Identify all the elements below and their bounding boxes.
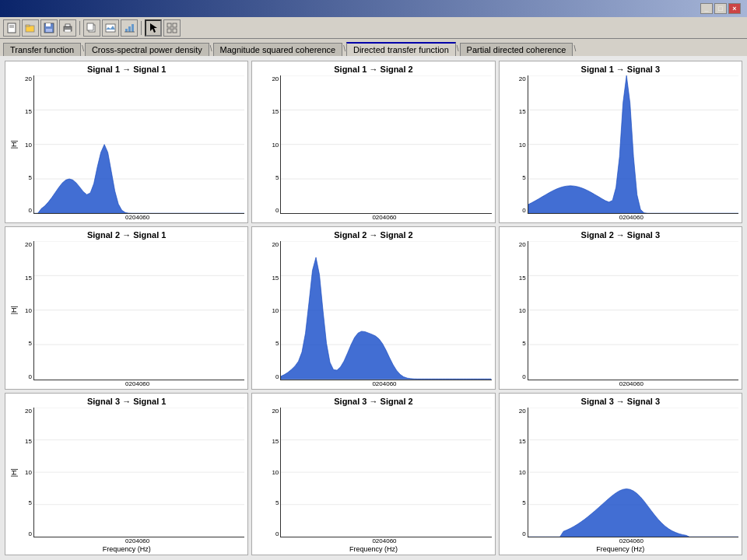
- svg-rect-19: [167, 23, 171, 27]
- y-axis-label-2: [503, 75, 514, 214]
- chart-svg-7: [281, 408, 491, 537]
- tab-directed-transfer[interactable]: Directed transfer function: [346, 42, 456, 56]
- svg-rect-6: [46, 23, 51, 26]
- chart-area-8: [528, 408, 738, 537]
- svg-rect-10: [65, 30, 71, 32]
- layout-icon: [167, 23, 177, 33]
- chart-icon: [124, 23, 135, 33]
- chart-title-3: Signal 2 → Signal 1: [87, 230, 166, 240]
- chart-area-0: [33, 75, 244, 214]
- toolbar: [0, 17, 747, 39]
- tab-sep-5: \: [573, 44, 577, 53]
- chart-title-5: Signal 2 → Signal 3: [581, 230, 660, 240]
- title-bar: _ □ ×: [0, 0, 747, 17]
- svg-rect-15: [128, 26, 131, 32]
- chart-wrapper-0: |H|05101520: [9, 75, 244, 214]
- open-icon: [25, 23, 36, 33]
- chart-0-1: Signal 1 → Signal 2051015200204060: [251, 61, 495, 223]
- chart-title-6: Signal 3 → Signal 1: [87, 397, 166, 406]
- y-ticks-6: 05101520: [19, 408, 33, 537]
- y-axis-label-4: [255, 241, 266, 380]
- y-ticks-3: 05101520: [19, 241, 33, 380]
- chart-title-0: Signal 1 → Signal 1: [87, 65, 166, 74]
- chart-0-0: Signal 1 → Signal 1|H|051015200204060: [5, 61, 248, 223]
- chart-area-1: [280, 75, 491, 214]
- chart-title-1: Signal 1 → Signal 2: [334, 65, 412, 74]
- chart-title-2: Signal 1 → Signal 3: [581, 65, 660, 74]
- y-ticks-2: 05101520: [514, 75, 528, 214]
- chart-wrapper-2: 05101520: [503, 75, 738, 214]
- chart-svg-5: [528, 241, 738, 379]
- x-axis-label-6: Frequency (Hz): [103, 545, 151, 553]
- svg-rect-12: [87, 23, 93, 30]
- chart-0-2: Signal 1 → Signal 3051015200204060: [499, 61, 742, 223]
- svg-rect-21: [167, 29, 171, 33]
- svg-rect-20: [173, 23, 177, 27]
- save-button[interactable]: [40, 19, 58, 37]
- chart-2-0: Signal 3 → Signal 1|H|051015200204060Fre…: [5, 393, 248, 555]
- chart-area-7: [280, 408, 491, 537]
- chart-button[interactable]: [121, 19, 138, 37]
- tab-partial-directed[interactable]: Partial directed coherence: [460, 43, 573, 56]
- copy-button[interactable]: [83, 19, 100, 37]
- y-ticks-5: 05101520: [514, 241, 528, 380]
- image-button[interactable]: [102, 19, 119, 37]
- chart-area-4: [280, 241, 491, 380]
- print-icon: [62, 23, 73, 33]
- x-ticks-0: 0204060: [125, 214, 149, 221]
- chart-grid: Signal 1 → Signal 1|H|051015200204060Sig…: [0, 56, 747, 560]
- cursor-button[interactable]: [145, 19, 162, 37]
- save-icon: [44, 23, 54, 33]
- x-axis-label-8: Frequency (Hz): [596, 545, 644, 553]
- y-axis-label-3: |H|: [9, 241, 19, 380]
- chart-area-2: [528, 75, 738, 214]
- y-ticks-7: 05101520: [266, 408, 280, 537]
- x-ticks-6: 0204060: [125, 537, 149, 544]
- tab-bar: Transfer function \ Cross-spectral power…: [0, 39, 747, 56]
- maximize-button[interactable]: □: [714, 3, 727, 14]
- print-button[interactable]: [59, 19, 76, 37]
- svg-rect-14: [125, 29, 128, 32]
- minimize-button[interactable]: _: [700, 3, 713, 14]
- chart-svg-6: [34, 408, 244, 537]
- open-button[interactable]: [22, 19, 39, 37]
- y-ticks-4: 05101520: [266, 241, 280, 380]
- tab-transfer-function[interactable]: Transfer function: [3, 43, 81, 56]
- y-ticks-0: 05101520: [19, 75, 33, 214]
- chart-title-8: Signal 3 → Signal 3: [581, 397, 660, 406]
- chart-svg-8: [528, 408, 738, 537]
- tab-cross-spectral[interactable]: Cross-spectral power density: [85, 43, 209, 56]
- svg-marker-18: [150, 23, 157, 33]
- chart-1-2: Signal 2 → Signal 3051015200204060: [499, 226, 742, 389]
- svg-rect-9: [65, 24, 70, 26]
- y-axis-label-0: |H|: [9, 75, 19, 214]
- chart-wrapper-4: 05101520: [255, 241, 491, 380]
- copy-icon: [86, 23, 97, 33]
- svg-rect-16: [132, 24, 134, 32]
- x-ticks-2: 0204060: [619, 214, 644, 221]
- y-axis-label-1: [255, 75, 266, 214]
- layout-button[interactable]: [163, 19, 181, 37]
- svg-rect-4: [26, 25, 30, 26]
- x-ticks-7: 0204060: [372, 537, 396, 544]
- x-ticks-5: 0204060: [619, 380, 644, 387]
- svg-rect-0: [8, 23, 16, 33]
- chart-wrapper-5: 05101520: [503, 241, 738, 380]
- chart-title-4: Signal 2 → Signal 2: [334, 230, 412, 240]
- chart-path-8: [528, 488, 738, 537]
- chart-wrapper-6: |H|05101520: [9, 408, 244, 537]
- tab-magnitude-coherence[interactable]: Magnitude squared coherence: [213, 43, 343, 56]
- x-ticks-1: 0204060: [372, 214, 396, 221]
- x-ticks-4: 0204060: [372, 380, 396, 387]
- close-button[interactable]: ×: [728, 3, 741, 14]
- chart-svg-0: [34, 75, 244, 213]
- window-controls[interactable]: _ □ ×: [700, 3, 741, 14]
- x-axis-label-7: Frequency (Hz): [349, 545, 398, 553]
- y-axis-label-7: [255, 408, 266, 537]
- y-axis-label-8: [503, 408, 514, 537]
- y-ticks-1: 05101520: [266, 75, 280, 214]
- chart-1-1: Signal 2 → Signal 2051015200204060: [251, 226, 495, 389]
- svg-rect-7: [46, 29, 52, 32]
- cursor-icon: [148, 23, 159, 33]
- new-button[interactable]: [3, 19, 20, 37]
